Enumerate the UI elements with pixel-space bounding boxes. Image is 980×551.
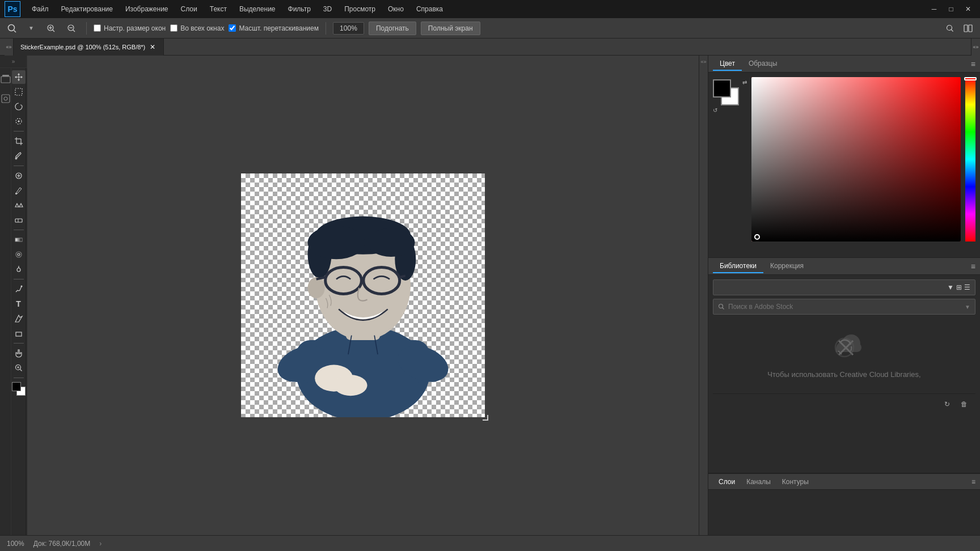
right-collapse-button[interactable]: «» xyxy=(971,39,980,56)
libraries-dropdown[interactable]: ▼ ⊞ ☰ xyxy=(713,279,975,295)
fg-bg-swatches: ↺ ⇄ xyxy=(713,79,747,113)
healing-brush-tool[interactable] xyxy=(12,169,26,183)
libraries-refresh-button[interactable]: ↻ xyxy=(940,397,954,411)
canvas-area[interactable] xyxy=(27,56,699,535)
libraries-footer: ↻ 🗑 xyxy=(713,393,975,414)
menu-window[interactable]: Окно xyxy=(382,3,409,15)
zoom-tool-icon[interactable] xyxy=(5,21,19,36)
tab-bar: «» StickerExample.psd @ 100% (512s, RGB/… xyxy=(0,39,980,56)
fit-button[interactable]: Подогнать xyxy=(369,22,416,35)
color-tab[interactable]: Цвет xyxy=(713,57,742,71)
scrubby-zoom-checkbox[interactable]: Масшт. перетаскиванием xyxy=(229,24,319,32)
menu-layers[interactable]: Слои xyxy=(175,3,203,15)
zoom-dropdown-icon[interactable]: ▼ xyxy=(24,21,39,36)
right-panel-collapse[interactable]: «» xyxy=(699,56,708,535)
close-button[interactable]: ✕ xyxy=(961,3,975,15)
left-panel-toggle[interactable]: » xyxy=(0,56,27,68)
status-more-button[interactable]: › xyxy=(99,540,102,548)
color-gradient-picker[interactable] xyxy=(751,77,975,253)
lasso-tool[interactable] xyxy=(12,100,26,113)
color-saturation-brightness[interactable] xyxy=(751,77,961,241)
gradient-tool[interactable] xyxy=(12,233,26,247)
left-toolbar: T xyxy=(11,68,26,535)
left-collapse-button[interactable]: «» xyxy=(5,39,14,56)
eraser-tool[interactable] xyxy=(12,213,26,227)
divider-1 xyxy=(86,22,87,35)
svg-line-1 xyxy=(14,30,16,32)
swap-colors-button[interactable]: ⇄ xyxy=(742,79,747,86)
document-tab[interactable]: StickerExample.psd @ 100% (512s, RGB/8*)… xyxy=(14,39,164,56)
path-selection-tool[interactable] xyxy=(12,312,26,325)
search-dropdown-arrow[interactable]: ▼ xyxy=(965,304,970,310)
menu-filter[interactable]: Фильтр xyxy=(282,3,316,15)
menu-select[interactable]: Выделение xyxy=(234,3,281,15)
zoom-input[interactable] xyxy=(333,22,364,35)
tab-close-button[interactable]: ✕ xyxy=(149,43,157,51)
menu-text[interactable]: Текст xyxy=(204,3,233,15)
zoom-tool[interactable] xyxy=(12,361,26,375)
eyedropper-tool[interactable] xyxy=(12,149,26,163)
libraries-delete-button[interactable]: 🗑 xyxy=(957,397,971,411)
quick-select-tool[interactable] xyxy=(12,115,26,128)
svg-line-7 xyxy=(73,29,75,32)
status-bar: 100% Док: 768,0К/1,00М › xyxy=(0,535,980,551)
stock-search-input[interactable] xyxy=(728,303,961,311)
list-view-icon[interactable]: ☰ xyxy=(964,283,970,291)
color-panel-header: Цвет Образцы ≡ xyxy=(708,56,980,73)
all-windows-checkbox[interactable]: Во всех окнах xyxy=(170,24,224,32)
menu-image[interactable]: Изображение xyxy=(120,3,174,15)
clone-stamp-tool[interactable] xyxy=(12,198,26,212)
fill-button[interactable]: Полный экран xyxy=(421,22,480,35)
panels-icon[interactable] xyxy=(961,21,975,36)
menu-edit[interactable]: Редактирование xyxy=(56,3,119,15)
libraries-tab[interactable]: Библиотеки xyxy=(713,260,763,273)
hue-slider[interactable] xyxy=(965,77,975,241)
swatches-tab[interactable]: Образцы xyxy=(742,57,784,71)
correction-tab[interactable]: Коррекция xyxy=(763,260,810,273)
right-side: «» Цвет Образцы ≡ ↺ ⇄ xyxy=(699,56,980,535)
shape-tool[interactable] xyxy=(12,327,26,340)
paths-tab[interactable]: Контуры xyxy=(776,477,814,487)
search-icon[interactable] xyxy=(943,21,957,36)
foreground-color-small[interactable] xyxy=(12,382,21,391)
adobe-stock-search[interactable]: ▼ xyxy=(713,299,975,315)
move-tool[interactable] xyxy=(12,70,26,84)
libraries-panel-menu[interactable]: ≡ xyxy=(971,262,975,271)
zoom-in-button[interactable] xyxy=(43,23,59,34)
libraries-message: Чтобы использовать Creative Cloud Librar… xyxy=(767,370,920,379)
maximize-button[interactable]: □ xyxy=(944,3,958,15)
crop-tool[interactable] xyxy=(12,134,26,148)
text-tool[interactable]: T xyxy=(12,297,26,311)
color-panel-menu[interactable]: ≡ xyxy=(971,60,975,69)
svg-point-34 xyxy=(18,253,20,256)
hue-cursor xyxy=(964,77,977,80)
document-canvas[interactable] xyxy=(241,173,485,417)
resize-windows-checkbox[interactable]: Настр. размер окон xyxy=(94,24,166,32)
canvas-container xyxy=(27,56,699,535)
minimize-button[interactable]: ─ xyxy=(927,3,941,15)
rectangular-marquee-tool[interactable] xyxy=(12,85,26,99)
svg-line-60 xyxy=(400,276,405,278)
tool-separator-3 xyxy=(14,230,24,230)
options-bar-right xyxy=(943,21,975,36)
menu-help[interactable]: Справка xyxy=(411,3,449,15)
layers-panel-menu[interactable]: ≡ xyxy=(971,478,975,486)
layers-tab[interactable]: Слои xyxy=(713,477,741,487)
hand-tool[interactable] xyxy=(12,346,26,360)
blur-tool[interactable] xyxy=(12,248,26,261)
dodge-tool[interactable] xyxy=(12,262,26,276)
menu-3d[interactable]: 3D xyxy=(318,3,337,15)
layers-panel: Слои Каналы Контуры ≡ xyxy=(708,473,980,535)
title-bar: Ps Файл Редактирование Изображение Слои … xyxy=(0,0,980,18)
brush-tool[interactable] xyxy=(12,184,26,197)
svg-rect-37 xyxy=(16,332,22,336)
channels-tab[interactable]: Каналы xyxy=(741,477,776,487)
reset-colors-button[interactable]: ↺ xyxy=(713,107,717,113)
pen-tool[interactable] xyxy=(12,282,26,296)
zoom-out-button[interactable] xyxy=(64,23,79,34)
canvas-resize-handle[interactable] xyxy=(481,414,488,421)
foreground-color-swatch[interactable] xyxy=(713,79,731,98)
grid-view-icon[interactable]: ⊞ xyxy=(956,283,962,291)
menu-view[interactable]: Просмотр xyxy=(339,3,381,15)
menu-file[interactable]: Файл xyxy=(26,3,54,15)
